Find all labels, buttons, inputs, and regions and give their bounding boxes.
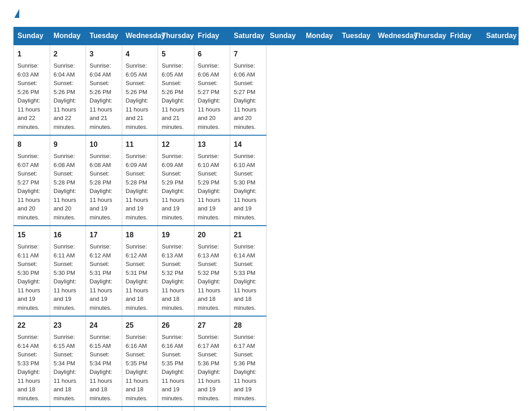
calendar-cell: 10Sunrise: 6:08 AMSunset: 5:28 PMDayligh…	[86, 135, 122, 226]
calendar-cell: 4Sunrise: 6:05 AMSunset: 5:26 PMDaylight…	[122, 45, 158, 135]
calendar-cell: 28Sunrise: 6:17 AMSunset: 5:36 PMDayligh…	[230, 316, 266, 407]
sunrise-label: Sunrise: 6:14 AM	[17, 334, 39, 349]
col-header-tuesday: Tuesday	[86, 27, 122, 45]
sunrise-label: Sunrise: 6:04 AM	[54, 62, 75, 78]
col-header-tuesday: Tuesday	[338, 27, 374, 45]
day-number: 6	[198, 49, 227, 60]
sunset-label: Sunset: 5:31 PM	[90, 261, 111, 276]
week-row-2: 8Sunrise: 6:07 AMSunset: 5:27 PMDaylight…	[14, 135, 519, 226]
calendar-cell: 25Sunrise: 6:16 AMSunset: 5:35 PMDayligh…	[122, 316, 158, 407]
calendar-cell	[122, 407, 158, 411]
calendar-cell: 30Sunrise: 6:18 AMSunset: 5:38 PMDayligh…	[50, 407, 86, 411]
sunrise-label: Sunrise: 6:16 AM	[162, 334, 183, 349]
calendar-header-row: SundayMondayTuesdayWednesdayThursdayFrid…	[14, 27, 519, 45]
sunrise-label: Sunrise: 6:13 AM	[162, 243, 183, 259]
calendar-cell: 2Sunrise: 6:04 AMSunset: 5:26 PMDaylight…	[50, 45, 86, 135]
sunrise-label: Sunrise: 6:05 AM	[162, 62, 183, 78]
sunset-label: Sunset: 5:34 PM	[90, 351, 111, 367]
sunset-label: Sunset: 5:26 PM	[90, 80, 111, 95]
day-number: 22	[17, 320, 46, 331]
sunrise-label: Sunrise: 6:08 AM	[54, 153, 75, 168]
sunset-label: Sunset: 5:29 PM	[198, 170, 219, 186]
day-number: 15	[17, 230, 46, 240]
calendar-cell: 19Sunrise: 6:13 AMSunset: 5:32 PMDayligh…	[158, 226, 194, 316]
calendar-cell: 16Sunrise: 6:11 AMSunset: 5:30 PMDayligh…	[50, 226, 86, 316]
daylight-label: Daylight: 11 hours and 20 minutes.	[17, 188, 40, 221]
col-header-sunday: Sunday	[266, 27, 302, 45]
sunset-label: Sunset: 5:35 PM	[162, 351, 183, 367]
sunrise-label: Sunrise: 6:10 AM	[234, 153, 255, 168]
col-header-wednesday: Wednesday	[374, 27, 411, 45]
sunrise-label: Sunrise: 6:11 AM	[54, 243, 75, 259]
sunrise-label: Sunrise: 6:15 AM	[54, 334, 75, 349]
sunset-label: Sunset: 5:33 PM	[234, 261, 255, 276]
calendar-cell: 13Sunrise: 6:10 AMSunset: 5:29 PMDayligh…	[194, 135, 230, 226]
sunset-label: Sunset: 5:31 PM	[126, 261, 147, 276]
day-number: 17	[90, 230, 118, 240]
day-number: 20	[198, 230, 227, 240]
calendar-cell	[230, 407, 266, 411]
day-number: 14	[234, 139, 262, 150]
day-number: 11	[126, 139, 154, 150]
sunset-label: Sunset: 5:30 PM	[54, 261, 75, 276]
day-number: 12	[162, 139, 190, 150]
sunset-label: Sunset: 5:26 PM	[126, 80, 147, 95]
day-number: 19	[162, 230, 190, 240]
calendar-cell: 9Sunrise: 6:08 AMSunset: 5:28 PMDaylight…	[50, 135, 86, 226]
sunset-label: Sunset: 5:27 PM	[17, 170, 39, 186]
sunset-label: Sunset: 5:27 PM	[234, 80, 255, 95]
calendar-cell: 17Sunrise: 6:12 AMSunset: 5:31 PMDayligh…	[86, 226, 122, 316]
sunset-label: Sunset: 5:30 PM	[234, 170, 255, 186]
day-number: 9	[54, 139, 82, 150]
calendar-cell: 3Sunrise: 6:04 AMSunset: 5:26 PMDaylight…	[86, 45, 122, 135]
sunset-label: Sunset: 5:27 PM	[198, 80, 219, 95]
calendar-cell: 1Sunrise: 6:03 AMSunset: 5:26 PMDaylight…	[14, 45, 50, 135]
sunrise-label: Sunrise: 6:15 AM	[90, 334, 111, 349]
sunset-label: Sunset: 5:36 PM	[234, 351, 255, 367]
day-number: 18	[126, 230, 154, 240]
calendar-cell: 23Sunrise: 6:15 AMSunset: 5:34 PMDayligh…	[50, 316, 86, 407]
daylight-label: Daylight: 11 hours and 20 minutes.	[54, 188, 77, 221]
daylight-label: Daylight: 11 hours and 19 minutes.	[198, 368, 221, 402]
sunset-label: Sunset: 5:36 PM	[198, 351, 219, 367]
day-number: 25	[126, 320, 154, 331]
daylight-label: Daylight: 11 hours and 18 minutes.	[54, 368, 77, 402]
day-number: 13	[198, 139, 227, 150]
sunrise-label: Sunrise: 6:03 AM	[17, 62, 39, 78]
sunrise-label: Sunrise: 6:11 AM	[17, 243, 39, 259]
sunrise-label: Sunrise: 6:04 AM	[90, 62, 111, 78]
week-row-1: 1Sunrise: 6:03 AMSunset: 5:26 PMDaylight…	[14, 45, 519, 135]
sunset-label: Sunset: 5:35 PM	[126, 351, 147, 367]
col-header-monday: Monday	[302, 27, 339, 45]
sunset-label: Sunset: 5:32 PM	[162, 261, 183, 276]
calendar-cell: 24Sunrise: 6:15 AMSunset: 5:34 PMDayligh…	[86, 316, 122, 407]
calendar-cell: 15Sunrise: 6:11 AMSunset: 5:30 PMDayligh…	[14, 226, 50, 316]
daylight-label: Daylight: 11 hours and 22 minutes.	[17, 97, 40, 130]
calendar-cell: 7Sunrise: 6:06 AMSunset: 5:27 PMDaylight…	[230, 45, 266, 135]
sunset-label: Sunset: 5:28 PM	[90, 170, 111, 186]
logo-triangle-icon	[14, 9, 19, 18]
week-row-4: 22Sunrise: 6:14 AMSunset: 5:33 PMDayligh…	[14, 316, 519, 407]
daylight-label: Daylight: 11 hours and 18 minutes.	[17, 368, 40, 402]
day-number: 16	[54, 230, 82, 240]
daylight-label: Daylight: 11 hours and 18 minutes.	[162, 278, 184, 311]
sunset-label: Sunset: 5:28 PM	[54, 170, 75, 186]
calendar-cell: 21Sunrise: 6:14 AMSunset: 5:33 PMDayligh…	[230, 226, 266, 316]
calendar-cell: 29Sunrise: 6:18 AMSunset: 5:37 PMDayligh…	[14, 407, 50, 411]
sunrise-label: Sunrise: 6:12 AM	[90, 243, 111, 259]
daylight-label: Daylight: 11 hours and 18 minutes.	[126, 278, 149, 311]
logo-line1	[13, 9, 19, 18]
daylight-label: Daylight: 11 hours and 19 minutes.	[54, 278, 77, 311]
logo	[13, 9, 19, 18]
sunrise-label: Sunrise: 6:06 AM	[234, 62, 255, 78]
daylight-label: Daylight: 11 hours and 18 minutes.	[126, 368, 149, 402]
sunset-label: Sunset: 5:26 PM	[162, 80, 183, 95]
daylight-label: Daylight: 11 hours and 20 minutes.	[234, 97, 257, 130]
calendar-cell: 14Sunrise: 6:10 AMSunset: 5:30 PMDayligh…	[230, 135, 266, 226]
sunset-label: Sunset: 5:26 PM	[54, 80, 75, 95]
calendar-cell: 12Sunrise: 6:09 AMSunset: 5:29 PMDayligh…	[158, 135, 194, 226]
col-header-saturday: Saturday	[482, 27, 519, 45]
daylight-label: Daylight: 11 hours and 18 minutes.	[234, 278, 257, 311]
sunrise-label: Sunrise: 6:07 AM	[17, 153, 39, 168]
sunset-label: Sunset: 5:34 PM	[54, 351, 75, 367]
